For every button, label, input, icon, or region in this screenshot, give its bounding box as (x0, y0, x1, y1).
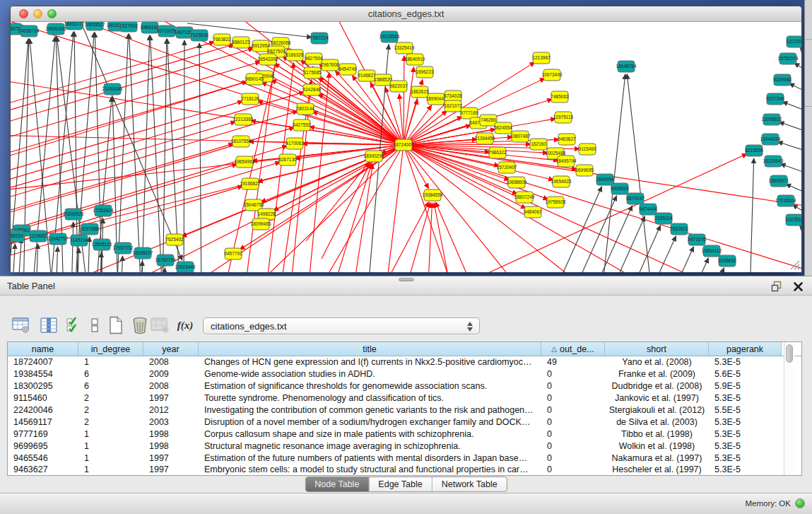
function-builder-button[interactable]: f(x) (175, 315, 195, 335)
graph-node[interactable]: 24055724 (19, 25, 40, 37)
delete-table-button[interactable] (150, 315, 170, 335)
graph-node[interactable]: 9329966 (773, 74, 792, 86)
graph-node[interactable]: 9245652 (718, 255, 736, 267)
table-row[interactable]: 2242004622012Investigating the contribut… (8, 404, 801, 416)
graph-node[interactable]: 8938924 (611, 183, 629, 194)
column-header-in_degree[interactable]: in_degree (78, 342, 143, 356)
graph-node[interactable]: 16958107 (133, 247, 153, 259)
graph-node[interactable]: 17353924 (93, 205, 114, 216)
graph-node[interactable]: 1115682 (30, 230, 47, 242)
rows-button[interactable] (85, 315, 105, 335)
graph-node[interactable]: 7957224 (310, 33, 329, 44)
graph-node[interactable]: 8186328 (286, 49, 304, 61)
tab-network-table[interactable]: Network Table (433, 477, 507, 491)
network-canvas[interactable]: 2055724240557242069140618931172106535271… (11, 22, 801, 272)
graph-node[interactable]: 10973493 (542, 69, 563, 81)
graph-node[interactable]: 7485063 (551, 91, 569, 103)
graph-node[interactable]: 1696223 (416, 66, 434, 78)
graph-node[interactable]: 1527902 (119, 22, 138, 32)
graph-node[interactable]: 10807487 (510, 131, 531, 142)
select-column-button[interactable] (39, 315, 59, 335)
graph-node[interactable]: 16648784 (616, 61, 637, 72)
table-row[interactable]: 977716911998Corpus callosum shape and si… (8, 428, 801, 440)
table-row[interactable]: 946362711997Embryonic stem cells: a mode… (8, 464, 801, 476)
column-header-out_de[interactable]: △out_de... (541, 342, 605, 356)
graph-node[interactable]: 18300295 (364, 151, 384, 162)
graph-node[interactable]: 19654963 (235, 156, 255, 168)
graph-node[interactable]: 12093832 (762, 114, 782, 125)
graph-node[interactable]: 939154 (11, 230, 24, 242)
graph-node[interactable]: 17016504 (776, 195, 796, 206)
table-row[interactable]: 911546021997Tourette syndrome. Phenomeno… (8, 392, 801, 404)
graph-node[interactable]: 12505115 (92, 239, 112, 250)
graph-node[interactable]: 18107554 (231, 136, 252, 147)
graph-node[interactable]: 16210643 (763, 156, 784, 167)
table-row[interactable]: 1938455462009Genome-wide association stu… (8, 368, 801, 380)
graph-node[interactable]: 18931172 (64, 22, 85, 30)
graph-node[interactable]: 8471676 (688, 234, 706, 245)
table-settings-button[interactable] (11, 315, 31, 335)
table-row[interactable]: 946554611997Estimation of the future num… (8, 452, 801, 464)
graph-node[interactable]: 9890145 (245, 74, 264, 85)
graph-node[interactable]: 12213363 (233, 114, 254, 125)
graph-node[interactable]: 2967608 (321, 59, 339, 71)
graph-node[interactable]: 19166827 (240, 178, 261, 189)
column-header-name[interactable]: name (8, 342, 78, 356)
graph-node[interactable]: 8427552 (293, 119, 311, 131)
graph-node[interactable]: 10688609 (507, 177, 527, 188)
graph-node[interactable]: 12444154 (760, 134, 781, 145)
graph-node[interactable]: 12942757 (48, 233, 69, 245)
graph-node[interactable]: 19756928 (546, 197, 566, 208)
graph-node[interactable]: 2803144 (296, 103, 314, 115)
graph-node[interactable]: 1145194 (71, 235, 88, 246)
graph-node[interactable]: 4170061 (286, 138, 304, 149)
window-titlebar[interactable]: citations_edges.txt (11, 6, 801, 22)
graph-node[interactable]: 18807249 (514, 192, 535, 203)
graph-node[interactable]: 12975115 (553, 112, 574, 123)
graph-node[interactable]: 9146821 (358, 70, 376, 81)
graph-node[interactable]: 7632621 (670, 223, 688, 235)
table-row[interactable]: 1830029562008Estimation of significance … (8, 380, 801, 392)
graph-node[interactable]: 20691406 (46, 23, 66, 35)
graph-node[interactable]: 9463627 (558, 134, 576, 145)
graph-node[interactable]: 16782759 (155, 255, 176, 266)
graph-node[interactable]: 746266 (480, 115, 497, 126)
graph-node[interactable]: 20206526 (64, 209, 84, 220)
panel-divider-grip[interactable] (399, 278, 414, 281)
graph-node[interactable]: 5624554 (494, 122, 512, 134)
graph-node[interactable]: 15751074 (778, 53, 799, 64)
graph-node[interactable]: 1107533 (786, 214, 801, 226)
graph-node[interactable]: 15692971 (769, 175, 789, 187)
graph-node[interactable]: 18099465 (251, 218, 271, 230)
graph-node[interactable]: 9484067 (524, 206, 542, 218)
graph-node[interactable]: 7986322 (488, 147, 507, 158)
graph-node[interactable]: 10654112 (702, 245, 722, 257)
column-header-title[interactable]: title (199, 342, 541, 356)
graph-node[interactable]: 9699695 (575, 165, 594, 176)
table-row[interactable]: 1872400712008Changes of HCN gene express… (8, 356, 801, 368)
column-header-year[interactable]: year (143, 342, 199, 356)
graph-node[interactable]: 18495794 (556, 156, 577, 167)
graph-node[interactable]: 10653527 (85, 22, 105, 30)
table-scrollbar[interactable] (784, 342, 794, 475)
citation-network-graph[interactable]: 2055724240557242069140618931172106535271… (11, 22, 801, 272)
graph-node[interactable]: 15720407 (497, 162, 517, 173)
graph-node[interactable]: 1213967 (532, 52, 551, 64)
graph-node[interactable]: 8454749 (339, 64, 357, 75)
graph-node[interactable]: 162160 (530, 139, 547, 150)
graph-node[interactable]: 9474444 (639, 204, 657, 215)
graph-node[interactable]: 7625402 (165, 234, 184, 245)
graph-node[interactable]: 9827504 (305, 53, 323, 64)
graph-node[interactable]: 6879197 (626, 193, 645, 204)
tab-edge-table[interactable]: Edge Table (369, 477, 432, 491)
graph-node[interactable]: 8860123 (232, 37, 250, 48)
column-header-short[interactable]: short (605, 342, 709, 356)
graph-node[interactable]: 2935114 (655, 213, 673, 224)
graph-node[interactable]: 3175685 (303, 67, 322, 78)
table-source-select[interactable]: citations_edges.txt (203, 317, 480, 334)
graph-node[interactable]: 2718126 (241, 93, 259, 105)
delete-button[interactable] (130, 315, 150, 335)
graph-node[interactable]: 19218586 (379, 31, 400, 42)
graph-node[interactable]: 18724007 (394, 139, 414, 151)
graph-node[interactable]: 8215955 (745, 145, 763, 156)
